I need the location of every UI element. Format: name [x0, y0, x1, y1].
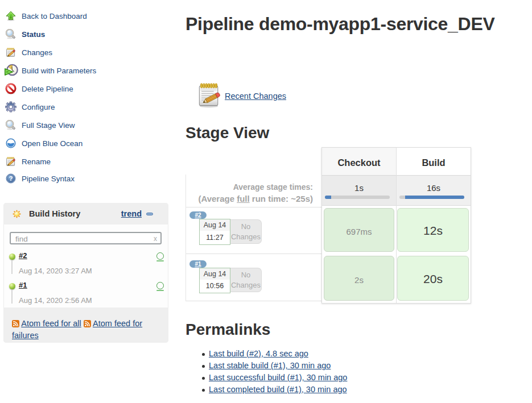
svg-text:?: ? — [9, 175, 13, 182]
